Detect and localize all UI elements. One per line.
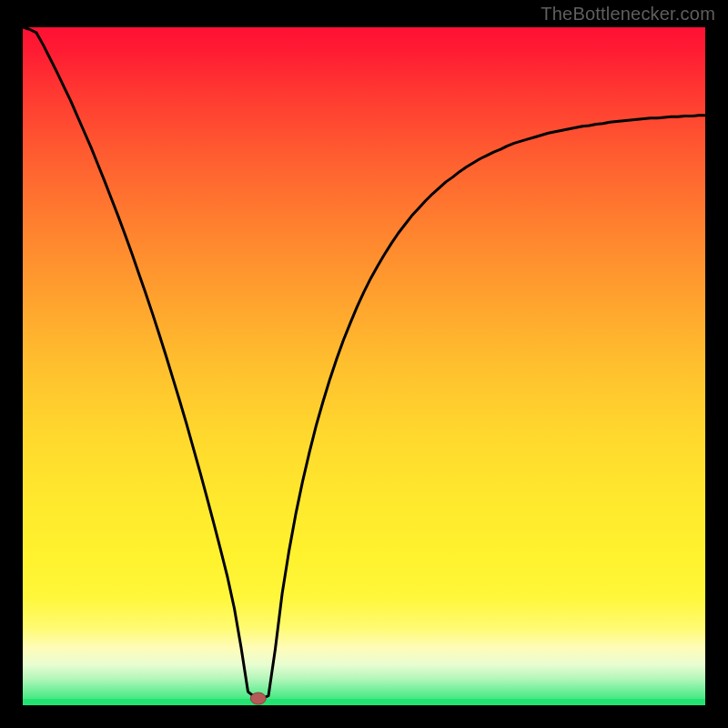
- chart-stage: TheBottlenecker.com: [0, 0, 728, 728]
- bottleneck-chart: [23, 27, 705, 705]
- optimal-point-marker: [250, 693, 266, 704]
- gradient-background: [23, 27, 705, 705]
- svg-point-0: [250, 693, 266, 704]
- green-baseline-band: [23, 699, 705, 705]
- attribution-text: TheBottlenecker.com: [541, 4, 715, 25]
- plot-frame: [23, 27, 705, 705]
